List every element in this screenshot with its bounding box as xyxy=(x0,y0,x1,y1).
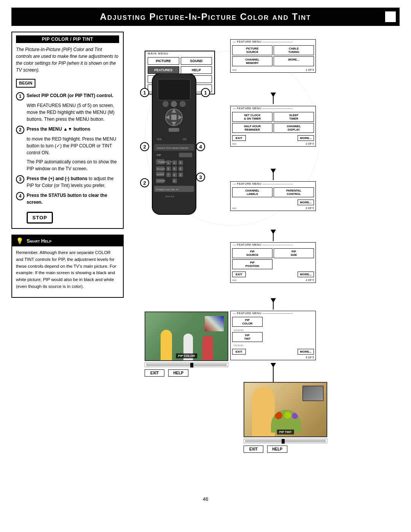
fp5-of: 5 OF 5 xyxy=(306,356,314,359)
svg-rect-11 xyxy=(169,128,179,132)
diagram-badge-4: 4 xyxy=(196,142,205,151)
fp3-more: MORE... xyxy=(298,200,314,205)
pip-color-slider-container xyxy=(145,363,228,367)
arrow-head-5 xyxy=(271,298,276,303)
fp3-channel-labels: CHANNELLABELS xyxy=(232,187,272,197)
bulb-icon: 💡 xyxy=(16,237,24,244)
main-menu-title: MAIN MENU xyxy=(145,51,214,56)
svg-point-3 xyxy=(171,101,177,107)
fruit-bowl xyxy=(271,410,301,433)
step3-header: 3 Press the (+) and (-) buttons to adjus… xyxy=(16,175,119,189)
feature-menu-4: — FEATURE MENU —————————— PIPSOURCE PIPS… xyxy=(230,242,316,283)
fp5-pip-color: PIPCOLOR xyxy=(232,317,263,327)
step4-text: Press the STATUS button to clear the scr… xyxy=(27,192,119,206)
diagram-badge-2a: 2 xyxy=(140,142,149,151)
feature-menu-4-grid: PIPSOURCE PIPSIZE PIPPOSITION xyxy=(231,247,315,271)
arrow-connector-final xyxy=(273,363,274,382)
svg-text:1: 1 xyxy=(167,161,169,164)
page-title: Adjusting Picture-In-Picture Color and T… xyxy=(100,11,311,22)
feature-menu-5-actions: EXIT MORE... xyxy=(231,348,315,355)
feature-menu-4-title: — FEATURE MENU —————————— xyxy=(231,243,315,247)
menu-btn-sound: SOUND xyxy=(181,57,212,65)
pip-color-slider xyxy=(147,364,226,366)
sports-image: PIP COLOR xyxy=(145,312,228,361)
feature-menu-4-footer: ı ı ı ı ı ı 4 OF 5 xyxy=(231,278,315,283)
svg-text:2: 2 xyxy=(174,161,175,164)
arrow-connector-3 xyxy=(273,169,274,180)
smart-help-body: Remember. Although there are separate CO… xyxy=(12,246,123,293)
svg-text:8: 8 xyxy=(174,174,175,176)
fp5-pip-tint: PIPTINT xyxy=(232,332,263,342)
fp3-ticks: ı ı ı ı ı ı xyxy=(232,207,236,209)
menu-btn-picture: PICTURE xyxy=(148,57,179,65)
svg-text:ON/OFF  POS  SW/AR  PRESET: ON/OFF POS SW/AR PRESET xyxy=(157,147,189,149)
smart-help-box: 💡 Smart Help Remember. Although there ar… xyxy=(11,235,124,298)
fp4-pip-position: PIPPOSITION xyxy=(232,259,272,269)
title-bar: Adjusting Picture-In-Picture Color and T… xyxy=(11,8,400,26)
fruit-1 xyxy=(275,412,282,419)
step4-circle: 4 xyxy=(16,192,24,200)
fruit-3 xyxy=(292,413,298,419)
feature-menu-5: — FEATURE MENU —————————— PIPCOLOR ı ı ı… xyxy=(230,311,316,360)
fp5-exit: EXIT xyxy=(232,349,246,355)
fp4-exit: EXIT xyxy=(232,272,246,277)
fp4-of: 4 OF 5 xyxy=(306,279,314,281)
feature-menu-5-title: — FEATURE MENU —————————— xyxy=(231,311,315,315)
feature-menu-5-grid: PIPCOLOR ı ı ı ı ı ı ı PIPTINT ı ı ı ı ı… xyxy=(231,315,315,348)
svg-text:SLEEP: SLEEP xyxy=(157,173,164,176)
fp5-ticks2: ı ı ı ı ı ı ı xyxy=(232,343,314,347)
fp4-pip-size: PIPSIZE xyxy=(274,248,314,258)
corner-box xyxy=(385,11,396,22)
fp5-ticks1: ı ı ı ı ı ı ı xyxy=(232,328,314,332)
remote-svg: VOL CH ON/OFF POS SW/AR PRESET PIP TUNER… xyxy=(145,73,204,230)
feature-menu-1-footer: ı ı ı ı ı ı 1 OF 5 xyxy=(231,68,315,72)
feature-menu-5-footer: 5 OF 5 xyxy=(231,355,315,360)
svg-text:POWER   VCR   CBL   TV: POWER VCR CBL TV xyxy=(156,189,178,191)
pip-color-help-btn: HELP xyxy=(168,369,188,377)
svg-text:VOL: VOL xyxy=(157,138,162,141)
svg-rect-6 xyxy=(171,115,177,120)
fp4-more: MORE... xyxy=(298,272,314,277)
pip-box-title: PIP COLOR / PIP TINT xyxy=(16,35,119,43)
pip-color-exit-btn: EXIT xyxy=(145,369,164,377)
step2-header: 2 Press the MENU ▲▼ buttons xyxy=(16,126,119,134)
fp4-pip-source: PIPSOURCE xyxy=(232,248,272,258)
fp2-ticks: ı ı ı ı ı ı xyxy=(232,142,236,145)
arrow-connector-4 xyxy=(273,230,274,241)
pip-tint-slider-knob xyxy=(282,439,285,444)
begin-badge: BEGIN xyxy=(16,79,35,88)
pip-tint-slider xyxy=(245,440,325,442)
step1-circle: 1 xyxy=(16,92,24,101)
left-column: PIP COLOR / PIP TINT The Picture-In-Pict… xyxy=(11,32,124,489)
feature-menu-3: — FEATURE MENU —————————— CHANNELLABELS … xyxy=(230,181,316,211)
pip-color-screen-area: PIP COLOR EXIT HELP xyxy=(145,312,232,376)
svg-text:PIP: PIP xyxy=(157,154,161,157)
arrow-connector-2 xyxy=(273,93,274,104)
fp2-channel-display: CHANNELDISPLAY xyxy=(274,123,314,133)
feature-menu-1-grid: PICTURESOURCE CABLETUNING CHANNELMEMORY … xyxy=(231,44,315,68)
fp2-sleep-timer: SLEEPTIMER xyxy=(274,112,314,122)
pip-color-tint-box: PIP COLOR / PIP TINT The Picture-In-Pict… xyxy=(11,32,124,229)
fp1-of: 1 OF 5 xyxy=(306,69,314,71)
fp3-parental-control: PARENTALCONTROL xyxy=(274,187,314,197)
diagrams-area: MAIN MENU PICTURE SOUND FEATURES HELP 1 … xyxy=(133,32,400,489)
arrow-head-final xyxy=(271,363,276,367)
menu-btn-features: FEATURES xyxy=(148,66,179,74)
fp2-of: 2 OF 5 xyxy=(306,142,314,145)
feature-menu-2-actions: EXIT MORE... xyxy=(231,134,315,142)
step3-circle: 3 xyxy=(16,175,24,184)
step2-detail: to move the RED highlight. Press the MEN… xyxy=(27,136,119,156)
fp5-more: MORE... xyxy=(298,349,314,355)
arrow-connector-5 xyxy=(273,298,274,310)
svg-point-2 xyxy=(162,101,169,107)
pip-tint-help-btn: HELP xyxy=(267,446,287,453)
main-layout: PIP COLOR / PIP TINT The Picture-In-Pict… xyxy=(11,32,400,489)
fruit-2 xyxy=(284,412,291,419)
svg-rect-17 xyxy=(179,153,192,157)
svg-rect-1 xyxy=(158,79,190,100)
fp2-set-clock: SET CLOCK& ON TIMER xyxy=(232,112,272,122)
svg-text:7: 7 xyxy=(167,174,169,176)
pip-window-small xyxy=(303,386,323,401)
pip-tint-screen-area: PIP TINT EXIT HELP xyxy=(244,382,331,458)
smart-help-title: 💡 Smart Help xyxy=(12,235,123,246)
